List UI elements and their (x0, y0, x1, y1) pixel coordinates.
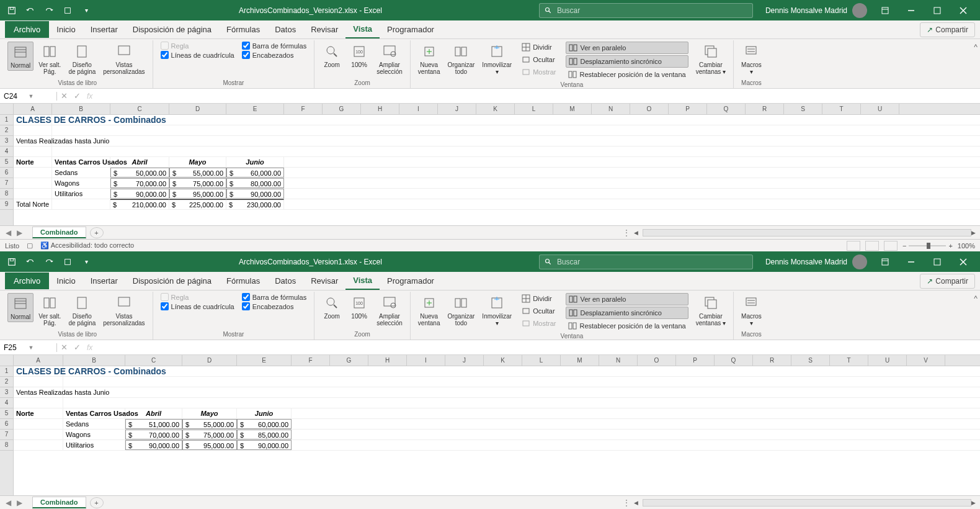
col-header[interactable]: C (110, 104, 169, 114)
view-normal-icon[interactable] (847, 241, 860, 251)
cell[interactable] (14, 178, 52, 188)
scroll-left-icon[interactable]: ◀ (634, 230, 643, 236)
col-header[interactable]: S (791, 355, 830, 366)
tab-datos[interactable]: Datos (267, 21, 303, 38)
cell[interactable]: Junio (226, 157, 284, 167)
cell[interactable] (14, 168, 52, 178)
row-header[interactable]: 8 (0, 189, 13, 199)
cell[interactable] (14, 440, 63, 450)
sheet-next-icon[interactable]: ▶ (15, 228, 24, 237)
tab-vista[interactable]: Vista (345, 20, 380, 38)
col-header[interactable]: D (169, 104, 226, 114)
col-header[interactable]: L (522, 355, 561, 366)
zoomselect-button[interactable]: Ampliar selección (374, 293, 405, 328)
cell[interactable]: Mayo (182, 408, 237, 418)
cancel-icon[interactable]: ✕ (61, 91, 68, 101)
cell[interactable]: $230,000.00 (226, 199, 284, 209)
scroll-right-icon[interactable]: ▶ (971, 230, 980, 236)
add-sheet-button[interactable]: + (90, 497, 104, 508)
maximize-icon[interactable] (924, 1, 950, 20)
chevron-down-icon[interactable]: ▼ (29, 345, 53, 351)
tab-inicio[interactable]: Inicio (49, 273, 82, 289)
cell[interactable]: Mayo (169, 157, 226, 167)
col-header[interactable]: B (52, 104, 110, 114)
fx-icon[interactable]: fx (87, 343, 92, 352)
newwindow-button[interactable]: Nueva ventana (416, 42, 443, 76)
cell[interactable]: $60,000.00 (237, 419, 292, 429)
maximize-icon[interactable] (924, 253, 950, 271)
tab-insertar[interactable]: Insertar (83, 273, 125, 289)
cell[interactable]: $90,000.00 (125, 440, 182, 450)
tab-programador[interactable]: Programador (380, 273, 442, 289)
row-header[interactable]: 8 (0, 440, 13, 451)
cell[interactable]: Ventas Realizadas hasta Junio (14, 136, 52, 146)
row-header[interactable]: 1 (0, 366, 13, 377)
col-header[interactable]: U (868, 355, 907, 366)
zoom-button[interactable]: Zoom (319, 293, 344, 321)
headings-checkbox[interactable]: Encabezados (242, 302, 306, 310)
scroll-right-icon[interactable]: ▶ (971, 500, 980, 506)
row-header[interactable]: 4 (0, 146, 13, 157)
cell[interactable]: $210,000.00 (110, 199, 169, 209)
minimize-icon[interactable] (898, 1, 924, 20)
cell[interactable]: Ventas Carros Usados (52, 157, 110, 167)
row-header[interactable]: 7 (0, 178, 13, 189)
cell[interactable]: $55,000.00 (182, 419, 237, 429)
name-box[interactable]: C24▼ (0, 92, 57, 101)
normal-button[interactable]: Normal (7, 42, 33, 71)
tab-disposicion[interactable]: Disposición de página (125, 21, 219, 38)
macro-record-icon[interactable]: ▢ (27, 241, 33, 250)
col-header[interactable]: J (445, 355, 484, 366)
col-header[interactable]: S (784, 104, 822, 114)
cell[interactable] (14, 419, 63, 429)
row-header[interactable]: 6 (0, 168, 13, 178)
cell[interactable] (14, 430, 63, 439)
gridlines-checkbox[interactable]: Líneas de cuadrícula (161, 51, 234, 59)
enter-icon[interactable]: ✓ (74, 91, 81, 101)
col-header[interactable]: I (407, 355, 445, 366)
cell[interactable]: $50,000.00 (110, 168, 169, 178)
col-header[interactable]: K (484, 355, 522, 366)
cell[interactable]: Ventas Carros Usados (63, 408, 125, 418)
tab-programador[interactable]: Programador (380, 21, 442, 38)
cell[interactable]: Sedans (52, 168, 110, 178)
row-header[interactable]: 6 (0, 419, 13, 430)
split-button[interactable]: Dividir (519, 293, 558, 304)
col-header[interactable]: F (292, 355, 330, 366)
scroll-left-icon[interactable]: ◀ (634, 500, 643, 506)
cell[interactable]: Wagons (63, 430, 125, 439)
view-pagelayout-icon[interactable] (865, 241, 879, 251)
qat-dropdown-icon[interactable]: ▾ (78, 4, 94, 17)
formulabar-checkbox[interactable]: Barra de fórmulas (242, 293, 306, 301)
col-header[interactable]: I (399, 104, 438, 114)
tab-formulas[interactable]: Fórmulas (219, 273, 267, 289)
col-header[interactable]: E (237, 355, 292, 366)
cell[interactable]: $95,000.00 (169, 189, 226, 199)
row-header[interactable]: 3 (0, 136, 13, 146)
col-header[interactable]: N (592, 104, 630, 114)
formula-input[interactable] (99, 91, 976, 101)
col-header[interactable]: V (907, 355, 945, 366)
switchwindows-button[interactable]: Cambiar ventanas ▾ (693, 293, 728, 328)
tab-disposicion[interactable]: Disposición de página (125, 273, 219, 289)
pagelayout-button[interactable]: Diseño de página (66, 293, 98, 328)
col-header[interactable]: H (368, 355, 407, 366)
minimize-icon[interactable] (898, 253, 924, 271)
col-header[interactable]: K (476, 104, 515, 114)
redo-icon[interactable] (41, 4, 57, 17)
sidebyside-button[interactable]: Ver en paralelo (566, 42, 688, 54)
cell[interactable]: $90,000.00 (110, 189, 169, 199)
cell[interactable]: $70,000.00 (125, 430, 182, 439)
syncscroll-button[interactable]: Desplazamiento sincrónico (566, 55, 688, 68)
fx-icon[interactable]: fx (87, 92, 92, 101)
macros-button[interactable]: Macros▾ (739, 42, 764, 76)
cell[interactable] (52, 199, 110, 209)
user-account[interactable]: Dennis Monsalve Madrid (765, 3, 867, 18)
col-header[interactable]: F (284, 104, 323, 114)
horizontal-scrollbar[interactable] (643, 229, 971, 236)
col-header[interactable]: N (599, 355, 638, 366)
search-box[interactable] (539, 254, 753, 269)
cell[interactable]: Utilitarios (52, 189, 110, 199)
sheet-prev-icon[interactable]: ◀ (4, 228, 12, 237)
cell[interactable]: $75,000.00 (169, 178, 226, 188)
